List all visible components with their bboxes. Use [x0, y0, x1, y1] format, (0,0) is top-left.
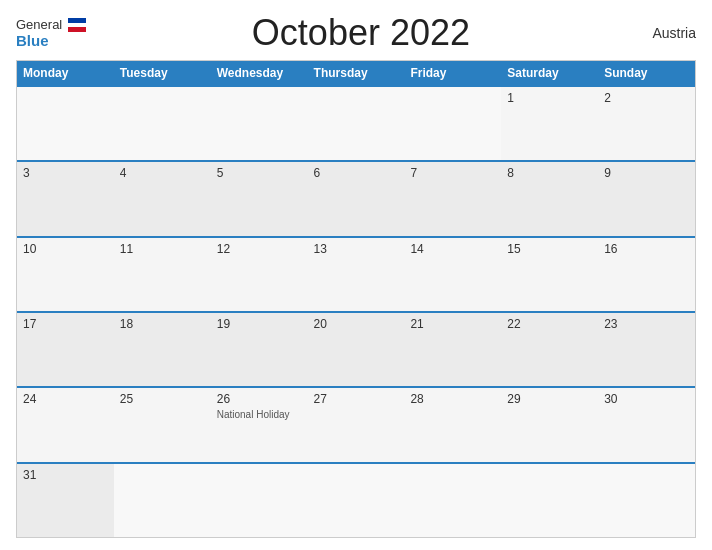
day-number: 19: [217, 317, 302, 331]
svg-rect-1: [68, 23, 86, 27]
logo-general-text: General: [16, 18, 86, 33]
calendar-header-monday: Monday: [17, 61, 114, 85]
calendar-cell: 25: [114, 388, 211, 461]
svg-rect-0: [68, 18, 86, 23]
day-number: 31: [23, 468, 108, 482]
calendar-cell: 14: [404, 238, 501, 311]
calendar-cell: 13: [308, 238, 405, 311]
calendar-cell: 20: [308, 313, 405, 386]
calendar-cell: 30: [598, 388, 695, 461]
calendar-cell: [404, 87, 501, 160]
day-number: 13: [314, 242, 399, 256]
day-number: 28: [410, 392, 495, 406]
calendar-cell: 28: [404, 388, 501, 461]
calendar-cell: 8: [501, 162, 598, 235]
day-number: 10: [23, 242, 108, 256]
logo-flag-icon: [68, 18, 86, 32]
day-number: 29: [507, 392, 592, 406]
day-number: 25: [120, 392, 205, 406]
page: General Blue October 2022 Austria Monday…: [0, 0, 712, 550]
day-number: 4: [120, 166, 205, 180]
calendar-header-tuesday: Tuesday: [114, 61, 211, 85]
calendar-cell: 22: [501, 313, 598, 386]
calendar-cell: 29: [501, 388, 598, 461]
day-number: 16: [604, 242, 689, 256]
calendar-header-saturday: Saturday: [501, 61, 598, 85]
calendar-cell: [114, 464, 211, 537]
calendar-cell: 2: [598, 87, 695, 160]
calendar-cell: [17, 87, 114, 160]
calendar-cell: [211, 87, 308, 160]
calendar-row-6: 31: [17, 462, 695, 537]
calendar-cell: 15: [501, 238, 598, 311]
calendar-cell: 10: [17, 238, 114, 311]
calendar-cell: [308, 87, 405, 160]
day-number: 3: [23, 166, 108, 180]
calendar-cell: 19: [211, 313, 308, 386]
calendar-header-friday: Friday: [404, 61, 501, 85]
day-number: 15: [507, 242, 592, 256]
calendar-cell: 1: [501, 87, 598, 160]
logo: General Blue: [16, 18, 86, 48]
calendar-cell: 4: [114, 162, 211, 235]
day-label: National Holiday: [217, 408, 302, 421]
calendar-cell: [598, 464, 695, 537]
day-number: 20: [314, 317, 399, 331]
calendar-cell: 17: [17, 313, 114, 386]
calendar-row-2: 3456789: [17, 160, 695, 235]
day-number: 2: [604, 91, 689, 105]
calendar-cell: 27: [308, 388, 405, 461]
day-number: 7: [410, 166, 495, 180]
day-number: 26: [217, 392, 302, 406]
day-number: 18: [120, 317, 205, 331]
calendar-cell: 3: [17, 162, 114, 235]
calendar-row-3: 10111213141516: [17, 236, 695, 311]
calendar-cell: [501, 464, 598, 537]
day-number: 1: [507, 91, 592, 105]
calendar-cell: [211, 464, 308, 537]
calendar-cell: 21: [404, 313, 501, 386]
day-number: 9: [604, 166, 689, 180]
calendar-row-5: 242526National Holiday27282930: [17, 386, 695, 461]
logo-blue-text: Blue: [16, 33, 86, 48]
calendar-cell: 9: [598, 162, 695, 235]
calendar-cell: 24: [17, 388, 114, 461]
calendar-cell: 26National Holiday: [211, 388, 308, 461]
day-number: 21: [410, 317, 495, 331]
day-number: 8: [507, 166, 592, 180]
calendar-cell: 18: [114, 313, 211, 386]
day-number: 6: [314, 166, 399, 180]
day-number: 22: [507, 317, 592, 331]
day-number: 5: [217, 166, 302, 180]
calendar-header-wednesday: Wednesday: [211, 61, 308, 85]
day-number: 12: [217, 242, 302, 256]
day-number: 14: [410, 242, 495, 256]
calendar-cell: 31: [17, 464, 114, 537]
day-number: 27: [314, 392, 399, 406]
calendar-cell: 11: [114, 238, 211, 311]
calendar-cell: [308, 464, 405, 537]
day-number: 11: [120, 242, 205, 256]
calendar-header-thursday: Thursday: [308, 61, 405, 85]
calendar-cell: 5: [211, 162, 308, 235]
day-number: 23: [604, 317, 689, 331]
day-number: 30: [604, 392, 689, 406]
calendar-cell: 23: [598, 313, 695, 386]
calendar-cell: 16: [598, 238, 695, 311]
header: General Blue October 2022 Austria: [16, 12, 696, 54]
calendar-cell: 12: [211, 238, 308, 311]
calendar-row-4: 17181920212223: [17, 311, 695, 386]
calendar: MondayTuesdayWednesdayThursdayFridaySatu…: [16, 60, 696, 538]
svg-rect-2: [68, 27, 86, 32]
day-number: 24: [23, 392, 108, 406]
calendar-cell: 6: [308, 162, 405, 235]
calendar-body: 1234567891011121314151617181920212223242…: [17, 85, 695, 537]
day-number: 17: [23, 317, 108, 331]
calendar-header-sunday: Sunday: [598, 61, 695, 85]
calendar-row-1: 12: [17, 85, 695, 160]
page-title: October 2022: [86, 12, 636, 54]
calendar-cell: [404, 464, 501, 537]
country-label: Austria: [636, 25, 696, 41]
calendar-header: MondayTuesdayWednesdayThursdayFridaySatu…: [17, 61, 695, 85]
calendar-cell: [114, 87, 211, 160]
